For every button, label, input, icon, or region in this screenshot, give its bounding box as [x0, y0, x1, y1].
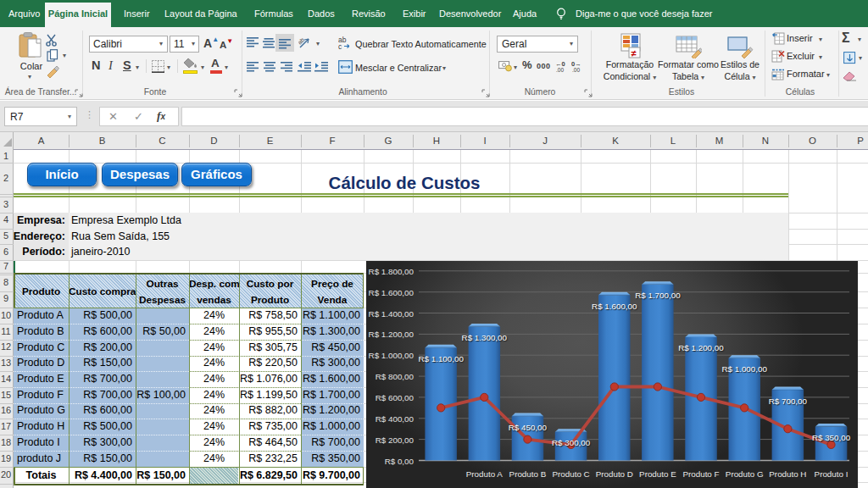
svg-text:Produto D: Produto D [596, 469, 633, 479]
svg-text:Produto A: Produto A [466, 469, 503, 479]
svg-text:R$ 300,00: R$ 300,00 [552, 438, 591, 447]
svg-text:ab: ab [298, 36, 305, 46]
svg-text:R$ 1.600,00: R$ 1.600,00 [592, 302, 637, 311]
svg-text:R$ 600,00: R$ 600,00 [376, 393, 415, 402]
svg-text:R$ 1.100,00: R$ 1.100,00 [419, 354, 465, 363]
svg-text:R$ 0,00: R$ 0,00 [385, 457, 415, 466]
svg-text:R$ 400,00: R$ 400,00 [376, 414, 415, 424]
svg-text:R$ 1.200,00: R$ 1.200,00 [369, 330, 415, 339]
svg-text:R$ 450,00: R$ 450,00 [509, 423, 548, 432]
svg-text:R$ 1.000,00: R$ 1.000,00 [369, 351, 415, 360]
svg-text:.00: .00 [572, 67, 580, 73]
svg-text:R$ 1.400,00: R$ 1.400,00 [369, 309, 415, 319]
svg-text:R$ 1.000,00: R$ 1.000,00 [722, 364, 768, 374]
svg-text:Produto G: Produto G [726, 469, 764, 479]
svg-text:≠: ≠ [632, 48, 637, 58]
svg-text:Produto E: Produto E [639, 469, 676, 479]
svg-text:R$ 350,00: R$ 350,00 [812, 433, 851, 442]
svg-text:R$ 800,00: R$ 800,00 [376, 372, 415, 381]
svg-text:R$ 1.300,00: R$ 1.300,00 [462, 333, 508, 342]
svg-text:Produto H: Produto H [769, 469, 806, 479]
svg-text:Produto C: Produto C [553, 469, 590, 479]
svg-text:R$ 1.700,00: R$ 1.700,00 [635, 291, 681, 300]
svg-text:Produto I: Produto I [815, 469, 849, 479]
svg-text:.00: .00 [556, 67, 564, 73]
svg-text:R$ 1.800,00: R$ 1.800,00 [369, 267, 415, 276]
svg-text:R$ 700,00: R$ 700,00 [769, 396, 808, 406]
svg-text:Produto B: Produto B [509, 469, 547, 479]
svg-text:R$ 200,00: R$ 200,00 [376, 435, 415, 445]
svg-text:Produto F: Produto F [682, 469, 719, 479]
svg-text:R$ 1.200,00: R$ 1.200,00 [678, 343, 724, 352]
svg-text:R$ 1.600,00: R$ 1.600,00 [369, 288, 415, 297]
